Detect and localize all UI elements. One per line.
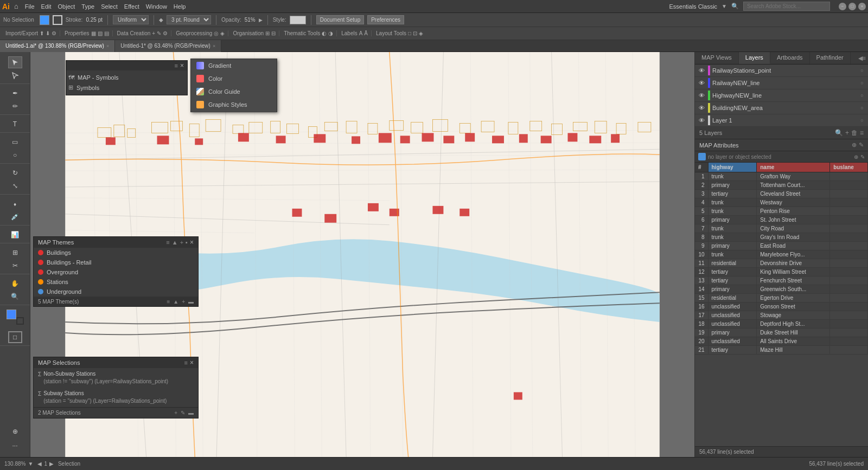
minimize-button[interactable]: − <box>839 3 846 10</box>
attr-layer-btn1[interactable]: ⊕ <box>854 154 858 160</box>
tab-doc1-close[interactable]: × <box>106 43 109 49</box>
table-row[interactable]: 21 tertiary Maze Hill <box>695 346 868 355</box>
symbol-sprayer-tool[interactable]: ⊕ <box>8 426 22 437</box>
panel-close-icon[interactable]: × <box>180 62 184 69</box>
gradient-menu-item[interactable]: Gradient <box>191 59 277 72</box>
attr-edit-icon[interactable]: ✎ <box>859 141 864 149</box>
zoom-tool[interactable]: 🔍 <box>8 291 22 302</box>
tab-artboards[interactable]: Artboards <box>770 52 810 64</box>
table-row[interactable]: 17 unclassified Stowage <box>695 311 868 320</box>
sel-menu-icon[interactable]: ≡ <box>184 359 188 366</box>
ellipse-tool[interactable]: ○ <box>8 149 22 161</box>
table-row[interactable]: 5 trunk Penton Rise <box>695 207 868 216</box>
layout-icon1[interactable]: □ <box>408 30 411 36</box>
prop-icon3[interactable]: ▤ <box>104 30 109 36</box>
table-row[interactable]: 19 primary Duke Street Hill <box>695 329 868 337</box>
table-row[interactable]: 16 unclassified Gonson Street <box>695 302 868 311</box>
export-icon[interactable]: ⬇ <box>46 30 50 36</box>
import-icon[interactable]: ⬆ <box>40 30 44 36</box>
attr-copy-icon[interactable]: ⊕ <box>852 141 857 149</box>
geo-icon2[interactable]: ◈ <box>220 30 225 36</box>
themes-add2-icon[interactable]: + <box>182 299 185 305</box>
tab-doc1[interactable]: Untitled-1.ai* @ 130.88% (RGB/Preview) × <box>0 40 115 52</box>
rotate-tool[interactable]: ↻ <box>8 167 22 179</box>
close-button[interactable]: × <box>858 3 866 10</box>
themes-del2-icon[interactable]: ▬ <box>188 299 194 305</box>
layers-del-icon[interactable]: 🗑 <box>851 129 858 137</box>
direct-selection-tool[interactable] <box>8 69 22 81</box>
symbols-item[interactable]: ⊞ Symbols <box>68 82 185 93</box>
org-icon2[interactable]: ⊟ <box>271 30 276 36</box>
stroke-color-swatch[interactable] <box>53 15 62 25</box>
home-icon[interactable]: ⌂ <box>14 2 18 10</box>
stock-search-input[interactable] <box>743 2 830 11</box>
layer-item-4[interactable]: 👁 Layer 1 ○ <box>695 114 868 127</box>
menu-object[interactable]: Object <box>58 3 75 10</box>
next-page-icon[interactable]: ▶ <box>49 461 54 467</box>
prev-page-icon[interactable]: ◀ <box>37 461 42 467</box>
layer-vis-icon-0[interactable]: 👁 <box>697 66 706 75</box>
maximize-button[interactable]: □ <box>848 3 856 10</box>
theme-underground[interactable]: Underground <box>34 287 198 297</box>
table-row[interactable]: 8 trunk Gray's Inn Road <box>695 233 868 242</box>
layer-vis-icon-4[interactable]: 👁 <box>697 116 706 125</box>
map-symbols-item[interactable]: 🗺 MAP - Symbols <box>68 73 185 82</box>
theme-buildings-retail[interactable]: Buildings - Retail <box>34 257 198 267</box>
opacity-arrow[interactable]: ▶ <box>259 17 263 23</box>
essentials-label[interactable]: Essentials Classic <box>669 3 717 10</box>
layer-vis-icon-3[interactable]: 👁 <box>697 104 706 112</box>
normal-mode[interactable]: □ <box>8 331 22 343</box>
prop-icon2[interactable]: ▧ <box>98 30 103 36</box>
layers-add-icon[interactable]: + <box>845 129 849 137</box>
menu-help[interactable]: Help <box>174 3 186 10</box>
table-row[interactable]: 2 primary Tottenham Court... <box>695 181 868 190</box>
dc-icon3[interactable]: ⚙ <box>163 30 168 36</box>
layout-icon3[interactable]: ◈ <box>419 30 423 36</box>
document-setup-button[interactable]: Document Setup <box>316 15 365 24</box>
preferences-button[interactable]: Preferences <box>367 15 404 24</box>
theme-icon1[interactable]: ◐ <box>322 30 327 36</box>
menu-type[interactable]: Type <box>81 3 94 10</box>
fill-color-swatch[interactable] <box>40 15 49 25</box>
layer-target-4[interactable]: ○ <box>858 117 866 124</box>
layout-icon2[interactable]: ⊡ <box>413 30 417 36</box>
panel-menu-icon[interactable]: ≡ <box>175 62 178 69</box>
themes-sort-icon[interactable]: ≡ <box>167 299 170 305</box>
label-icon1[interactable]: A <box>359 30 363 36</box>
graphic-styles-menu-item[interactable]: Graphic Styles <box>191 98 277 111</box>
layer-vis-icon-1[interactable]: 👁 <box>697 79 706 87</box>
themes-up-icon[interactable]: ▲ <box>172 239 178 246</box>
theme-overground[interactable]: Overground <box>34 267 198 277</box>
layer-target-1[interactable]: ○ <box>858 79 866 87</box>
theme-stations[interactable]: Stations <box>34 277 198 287</box>
type-tool[interactable]: T <box>8 118 22 130</box>
themes-close-icon[interactable]: × <box>190 239 194 246</box>
layer-item-1[interactable]: 👁 RailwayNEW_line ○ <box>695 77 868 89</box>
tab-map-views[interactable]: MAP Views <box>695 52 739 64</box>
color-menu-item[interactable]: Color <box>191 72 277 85</box>
attr-col-name[interactable]: name <box>757 163 830 172</box>
attr-layer-btn2[interactable]: ✎ <box>860 154 865 160</box>
layer-target-2[interactable]: ○ <box>858 92 866 99</box>
tab-doc2[interactable]: Untitled-1* @ 63.48% (RGB/Preview) × <box>115 40 221 52</box>
sel-edit-icon[interactable]: ✎ <box>181 410 185 416</box>
menu-file[interactable]: File <box>25 3 35 10</box>
selection-item-0[interactable]: Σ Non-Subway Stations (station != "subwa… <box>34 368 198 388</box>
sel-add-icon[interactable]: + <box>174 410 177 416</box>
paintbucket-tool[interactable]: ⬧ <box>8 198 22 210</box>
theme-icon2[interactable]: ◑ <box>328 30 333 36</box>
selection-tool[interactable] <box>8 56 22 68</box>
canvas-area[interactable]: ≡ × 🗺 MAP - Symbols ⊞ Symbols <box>30 52 694 457</box>
prop-icon1[interactable]: ▦ <box>91 30 96 36</box>
table-row[interactable]: 4 trunk Westway <box>695 198 868 207</box>
layers-menu-icon[interactable]: ≡ <box>860 129 864 137</box>
graph-tool[interactable]: 📊 <box>8 229 22 241</box>
theme-buildings[interactable]: Buildings <box>34 248 198 257</box>
label-icon2[interactable]: Ā <box>364 30 368 36</box>
tab-pathfinder[interactable]: Pathfinder <box>810 52 851 64</box>
layer-target-0[interactable]: ○ <box>858 67 866 74</box>
uniform-dropdown[interactable]: Uniform <box>113 15 149 24</box>
table-row[interactable]: 11 residential Devonshire Drive <box>695 259 868 268</box>
table-row[interactable]: 12 tertiary King William Street <box>695 268 868 276</box>
selection-item-1[interactable]: Σ Subway Stations (station = "subway") (… <box>34 388 198 407</box>
